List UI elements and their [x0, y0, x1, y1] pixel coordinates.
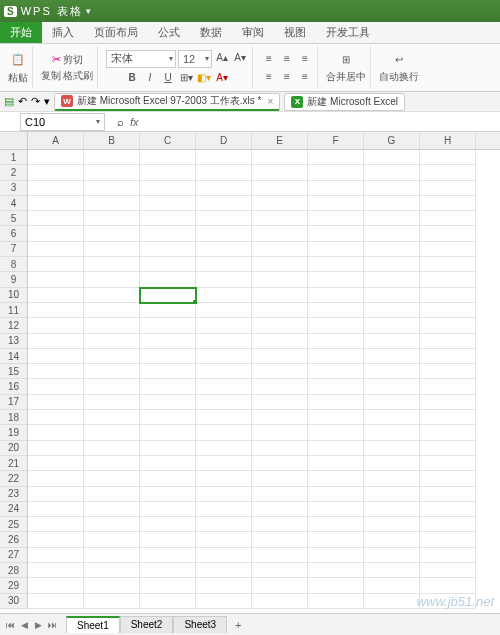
underline-button[interactable]: U — [160, 70, 176, 86]
cell-A5[interactable] — [28, 211, 84, 226]
cell-B14[interactable] — [84, 349, 140, 364]
italic-button[interactable]: I — [142, 70, 158, 86]
cell-G20[interactable] — [364, 441, 420, 456]
cell-D5[interactable] — [196, 211, 252, 226]
cell-H21[interactable] — [420, 456, 476, 471]
cell-D7[interactable] — [196, 242, 252, 257]
cell-E4[interactable] — [252, 196, 308, 211]
cell-G22[interactable] — [364, 471, 420, 486]
align-middle-icon[interactable]: ≡ — [279, 51, 295, 67]
col-header-G[interactable]: G — [364, 132, 420, 149]
cell-F11[interactable] — [308, 303, 364, 318]
cell-A17[interactable] — [28, 395, 84, 410]
col-header-F[interactable]: F — [308, 132, 364, 149]
row-header-14[interactable]: 14 — [0, 349, 28, 364]
cell-E14[interactable] — [252, 349, 308, 364]
cell-D11[interactable] — [196, 303, 252, 318]
cell-C14[interactable] — [140, 349, 196, 364]
cut-icon[interactable]: ✂ — [52, 53, 61, 67]
cell-H15[interactable] — [420, 364, 476, 379]
cell-H28[interactable] — [420, 563, 476, 578]
cell-G14[interactable] — [364, 349, 420, 364]
cell-G28[interactable] — [364, 563, 420, 578]
cell-C13[interactable] — [140, 334, 196, 349]
cell-A6[interactable] — [28, 226, 84, 241]
row-header-28[interactable]: 28 — [0, 563, 28, 578]
cell-C25[interactable] — [140, 517, 196, 532]
cell-D4[interactable] — [196, 196, 252, 211]
cell-C3[interactable] — [140, 181, 196, 196]
cell-A14[interactable] — [28, 349, 84, 364]
cell-F6[interactable] — [308, 226, 364, 241]
cell-B29[interactable] — [84, 578, 140, 593]
col-header-H[interactable]: H — [420, 132, 476, 149]
cell-E20[interactable] — [252, 441, 308, 456]
cell-B1[interactable] — [84, 150, 140, 165]
add-sheet-button[interactable]: + — [229, 617, 247, 633]
cell-G23[interactable] — [364, 487, 420, 502]
row-header-4[interactable]: 4 — [0, 196, 28, 211]
cell-D3[interactable] — [196, 181, 252, 196]
cell-H4[interactable] — [420, 196, 476, 211]
row-header-21[interactable]: 21 — [0, 456, 28, 471]
row-header-13[interactable]: 13 — [0, 334, 28, 349]
row-header-26[interactable]: 26 — [0, 532, 28, 547]
cell-E15[interactable] — [252, 364, 308, 379]
cell-H17[interactable] — [420, 395, 476, 410]
align-center-icon[interactable]: ≡ — [279, 69, 295, 85]
cell-B17[interactable] — [84, 395, 140, 410]
menu-tab-开发工具[interactable]: 开发工具 — [316, 22, 380, 43]
cell-C5[interactable] — [140, 211, 196, 226]
cell-B6[interactable] — [84, 226, 140, 241]
cell-B8[interactable] — [84, 257, 140, 272]
cell-C28[interactable] — [140, 563, 196, 578]
cell-G8[interactable] — [364, 257, 420, 272]
cell-H16[interactable] — [420, 379, 476, 394]
cell-H30[interactable] — [420, 594, 476, 609]
decrease-font-icon[interactable]: A▾ — [232, 50, 248, 66]
cell-B28[interactable] — [84, 563, 140, 578]
cell-D29[interactable] — [196, 578, 252, 593]
titlebar-dropdown-icon[interactable]: ▾ — [86, 6, 91, 16]
col-header-A[interactable]: A — [28, 132, 84, 149]
cell-C22[interactable] — [140, 471, 196, 486]
cell-F24[interactable] — [308, 502, 364, 517]
cell-G30[interactable] — [364, 594, 420, 609]
cell-C21[interactable] — [140, 456, 196, 471]
cell-E2[interactable] — [252, 165, 308, 180]
cell-H18[interactable] — [420, 410, 476, 425]
cell-F9[interactable] — [308, 272, 364, 287]
cell-G7[interactable] — [364, 242, 420, 257]
cell-C11[interactable] — [140, 303, 196, 318]
cell-F21[interactable] — [308, 456, 364, 471]
cell-A1[interactable] — [28, 150, 84, 165]
menu-tab-审阅[interactable]: 审阅 — [232, 22, 274, 43]
cell-E17[interactable] — [252, 395, 308, 410]
increase-font-icon[interactable]: A▴ — [214, 50, 230, 66]
cell-E26[interactable] — [252, 532, 308, 547]
cell-E30[interactable] — [252, 594, 308, 609]
cell-F13[interactable] — [308, 334, 364, 349]
row-header-30[interactable]: 30 — [0, 594, 28, 609]
cell-F20[interactable] — [308, 441, 364, 456]
cell-D6[interactable] — [196, 226, 252, 241]
cell-F19[interactable] — [308, 425, 364, 440]
format-painter-button[interactable]: 格式刷 — [63, 69, 93, 83]
row-header-1[interactable]: 1 — [0, 150, 28, 165]
cell-B23[interactable] — [84, 487, 140, 502]
cell-D30[interactable] — [196, 594, 252, 609]
font-size-combo[interactable]: 12 — [178, 50, 212, 68]
cell-F10[interactable] — [308, 288, 364, 303]
cell-B7[interactable] — [84, 242, 140, 257]
cell-E12[interactable] — [252, 318, 308, 333]
col-header-C[interactable]: C — [140, 132, 196, 149]
paste-icon[interactable]: 📋 — [9, 51, 27, 69]
cell-F5[interactable] — [308, 211, 364, 226]
cell-G2[interactable] — [364, 165, 420, 180]
cell-A26[interactable] — [28, 532, 84, 547]
cell-H3[interactable] — [420, 181, 476, 196]
cell-B15[interactable] — [84, 364, 140, 379]
row-header-29[interactable]: 29 — [0, 578, 28, 593]
cell-G24[interactable] — [364, 502, 420, 517]
cell-G19[interactable] — [364, 425, 420, 440]
